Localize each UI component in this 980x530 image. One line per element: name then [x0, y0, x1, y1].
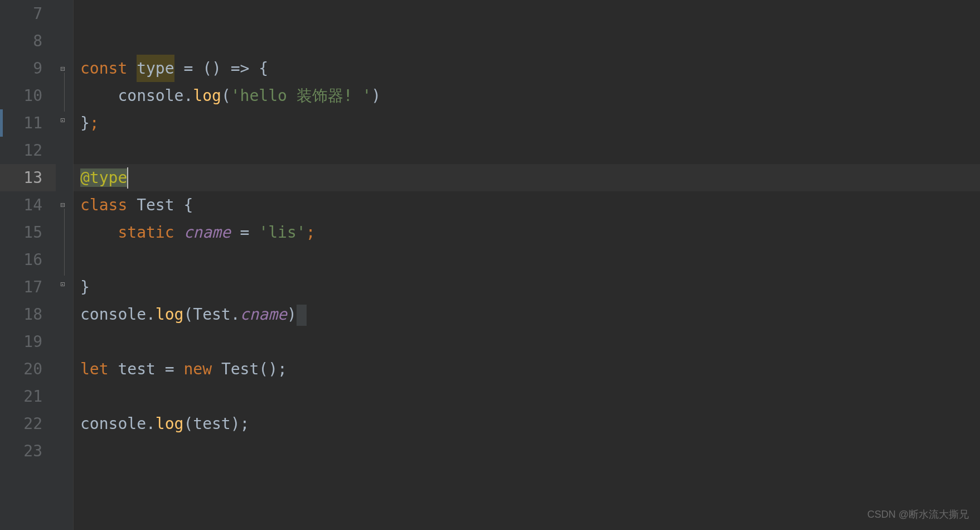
code-area[interactable]: const type = () => { console.log('hello …: [74, 0, 980, 530]
code-line[interactable]: [80, 0, 980, 27]
console-obj: console.: [80, 305, 156, 324]
string-literal: 'hello 装饰器! ': [231, 86, 372, 105]
line-number: 8: [0, 27, 42, 55]
method-log: log: [156, 305, 184, 324]
field-cname: cname: [240, 305, 287, 324]
identifier-type: type: [137, 55, 174, 82]
fold-guide: [64, 209, 65, 276]
console-obj: console.: [118, 86, 193, 105]
line-indicator: [0, 109, 3, 137]
line-number: 19: [0, 328, 42, 355]
code-line[interactable]: [80, 328, 980, 355]
code-line[interactable]: @type: [80, 164, 980, 191]
arrow-fn: = () => {: [174, 59, 269, 78]
line-number: 15: [0, 219, 42, 246]
line-number: 10: [0, 82, 42, 109]
indent: [80, 223, 118, 242]
code-line[interactable]: [80, 27, 980, 55]
string-literal: 'lis': [259, 223, 305, 242]
constructor-call: Test();: [221, 360, 287, 378]
decorator-type: type: [90, 168, 127, 187]
paren: ): [287, 305, 297, 324]
line-number-gutter: 7 8 9 10 11 12 13 14 15 16 17 18 19 20 2…: [0, 0, 56, 530]
code-line[interactable]: [80, 246, 980, 273]
code-line[interactable]: class Test {: [80, 191, 980, 219]
brace: }: [80, 114, 90, 132]
paren: (: [183, 305, 193, 324]
var-assign: test =: [118, 360, 183, 378]
inline-hint: [297, 305, 307, 326]
decorator-at: @: [80, 168, 90, 187]
line-number: 9: [0, 55, 42, 82]
code-line[interactable]: };: [80, 109, 980, 137]
line-number: 16: [0, 246, 42, 273]
keyword-static: static: [118, 223, 183, 242]
code-line[interactable]: }: [80, 273, 980, 301]
line-number: 14: [0, 191, 42, 219]
equals: =: [231, 223, 259, 242]
keyword-new: new: [183, 360, 221, 378]
fold-start-icon[interactable]: ⊟: [60, 65, 68, 73]
line-number: 22: [0, 410, 42, 437]
brace: }: [80, 278, 90, 296]
code-line[interactable]: const type = () => {: [80, 55, 980, 82]
fold-end-icon[interactable]: ⊡: [60, 116, 68, 124]
line-number: 13: [0, 164, 42, 191]
code-line[interactable]: static cname = 'lis';: [80, 219, 980, 246]
code-line[interactable]: console.log(test);: [80, 410, 980, 437]
code-line[interactable]: console.log('hello 装饰器! '): [80, 82, 980, 109]
watermark: CSDN @断水流大撕兄: [867, 506, 969, 524]
paren: (: [221, 86, 231, 105]
line-number: 23: [0, 437, 42, 465]
keyword-const: const: [80, 59, 137, 78]
code-line[interactable]: console.log(Test.cname): [80, 301, 980, 328]
method-log: log: [156, 415, 184, 433]
semicolon: ;: [306, 223, 316, 242]
keyword-let: let: [80, 360, 118, 378]
code-editor[interactable]: 7 8 9 10 11 12 13 14 15 16 17 18 19 20 2…: [0, 0, 980, 530]
method-log: log: [193, 86, 221, 105]
line-number: 12: [0, 137, 42, 164]
class-ref: Test.: [193, 305, 240, 324]
keyword-class: class: [80, 196, 137, 214]
text-cursor: [127, 167, 128, 189]
line-number: 11: [0, 109, 42, 137]
fold-column: ⊟ ⊡ ⊟ ⊡: [56, 0, 74, 530]
semicolon: ;: [90, 114, 99, 132]
fold-guide: [64, 73, 65, 112]
line-number: 21: [0, 383, 42, 410]
indent: [80, 86, 118, 105]
line-number: 20: [0, 355, 42, 383]
line-number: 17: [0, 273, 42, 301]
paren: ): [371, 86, 381, 105]
fold-end-icon[interactable]: ⊡: [60, 280, 68, 288]
code-line[interactable]: [80, 437, 980, 465]
code-line[interactable]: [80, 137, 980, 164]
line-number: 18: [0, 301, 42, 328]
console-obj: console.: [80, 415, 156, 433]
code-line[interactable]: [80, 383, 980, 410]
call-args: (test);: [183, 415, 249, 433]
field-cname: cname: [183, 223, 230, 242]
code-line[interactable]: let test = new Test();: [80, 355, 980, 383]
class-name: Test {: [137, 196, 193, 214]
fold-start-icon[interactable]: ⊟: [60, 201, 68, 209]
line-number: 7: [0, 0, 42, 27]
